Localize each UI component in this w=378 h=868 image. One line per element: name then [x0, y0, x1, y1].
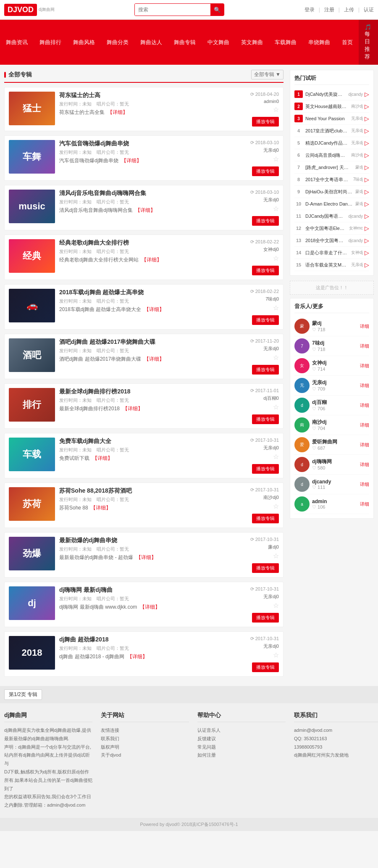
- album-title[interactable]: dj舞曲 超劲爆2018: [59, 636, 233, 644]
- album-title[interactable]: 最新全球dj舞曲排行榜2018: [59, 388, 233, 396]
- hot-title[interactable]: D-Aman Electro Dance-飞...: [305, 201, 353, 207]
- musician-detail-link[interactable]: 详细: [360, 383, 369, 389]
- album-detail-link[interactable]: 【详细】: [121, 158, 142, 164]
- album-play-button[interactable]: 播放专辑: [252, 563, 279, 573]
- musician-detail-link[interactable]: 详细: [360, 462, 369, 468]
- musician-name[interactable]: djcandy: [312, 479, 360, 485]
- nav-item-车载舞曲[interactable]: 车载舞曲: [269, 34, 302, 50]
- album-play-button[interactable]: 播放专辑: [252, 514, 279, 523]
- musician-detail-link[interactable]: 详细: [360, 343, 369, 349]
- footer-link[interactable]: 友情连接: [101, 726, 189, 735]
- footer-link[interactable]: 关于djvod: [101, 751, 189, 760]
- album-play-button[interactable]: 播放专辑: [252, 266, 279, 275]
- nav-item-舞曲分类[interactable]: 舞曲分类: [101, 34, 134, 50]
- album-play-button[interactable]: 播放专辑: [252, 464, 279, 474]
- login-link[interactable]: 登录: [304, 6, 315, 13]
- album-star-icon[interactable]: ☆: [273, 304, 279, 312]
- album-star-icon[interactable]: ☆: [273, 106, 279, 113]
- album-star-icon[interactable]: ☆: [273, 502, 279, 510]
- musician-detail-link[interactable]: 详细: [360, 402, 369, 409]
- musician-name[interactable]: 女神dj: [312, 359, 360, 367]
- album-star-icon[interactable]: ☆: [273, 254, 279, 262]
- album-title[interactable]: dj嗨嗨网 最新dj嗨曲: [59, 586, 233, 594]
- logo-text[interactable]: DJVOD: [4, 4, 37, 16]
- album-play-button[interactable]: 播放专辑: [252, 613, 279, 623]
- hot-play-icon[interactable]: ▷: [365, 152, 369, 158]
- search-input[interactable]: [135, 4, 210, 16]
- footer-link[interactable]: 如何注册: [197, 751, 286, 760]
- musician-detail-link[interactable]: 详细: [360, 422, 369, 428]
- album-detail-link[interactable]: 【详细】: [92, 455, 113, 461]
- hot-title[interactable]: 全中文国粤语ElectroHous...: [305, 225, 346, 232]
- hot-title[interactable]: 口是心非章走了什么全中...: [305, 250, 349, 256]
- album-play-button[interactable]: 播放专辑: [252, 216, 279, 226]
- album-play-button[interactable]: 播放专辑: [252, 662, 279, 672]
- album-title[interactable]: 免费车载dj舞曲大全: [59, 438, 233, 445]
- hot-title[interactable]: [路虎_androver] 天籁之...: [305, 164, 353, 171]
- footer-link[interactable]: 反馈建议: [197, 735, 286, 743]
- musician-detail-link[interactable]: 详细: [360, 501, 369, 507]
- album-star-icon[interactable]: ☆: [273, 651, 279, 659]
- album-title[interactable]: 2018车载dj舞曲 超劲爆士高串烧: [59, 289, 233, 296]
- album-star-icon[interactable]: ☆: [273, 453, 279, 461]
- musician-name[interactable]: 爱听舞曲网: [312, 438, 360, 446]
- hot-play-icon[interactable]: ▷: [365, 115, 369, 122]
- album-title[interactable]: 荷东猛士的士高: [59, 92, 233, 99]
- album-play-button[interactable]: 播放专辑: [252, 166, 279, 176]
- nav-daily[interactable]: 🎵 每日推荐: [359, 20, 378, 65]
- hot-play-icon[interactable]: ▷: [365, 225, 369, 232]
- hot-play-icon[interactable]: ▷: [365, 164, 369, 171]
- album-title[interactable]: 汽车低音嗨劲爆dj舞曲串烧: [59, 140, 233, 148]
- musician-detail-link[interactable]: 详细: [360, 481, 369, 488]
- section-filter[interactable]: 全部专辑 ▼: [251, 70, 284, 79]
- album-detail-link[interactable]: 【详细】: [91, 505, 111, 511]
- search-button[interactable]: 🔍: [210, 4, 224, 16]
- hot-play-icon[interactable]: ▷: [365, 213, 369, 219]
- nav-item-舞曲资讯[interactable]: 舞曲资讯: [0, 34, 34, 50]
- hot-play-icon[interactable]: ▷: [365, 201, 369, 207]
- album-star-icon[interactable]: ☆: [273, 205, 279, 213]
- hot-play-icon[interactable]: ▷: [365, 140, 369, 146]
- album-title[interactable]: 最新劲爆的dj舞曲串烧: [59, 537, 233, 544]
- verify-link[interactable]: 认证: [364, 6, 374, 13]
- hot-play-icon[interactable]: ▷: [365, 91, 369, 98]
- nav-item-串烧舞曲[interactable]: 串烧舞曲: [302, 34, 336, 50]
- album-play-button[interactable]: 播放专辑: [252, 414, 279, 424]
- nav-item-舞曲风格[interactable]: 舞曲风格: [67, 34, 101, 50]
- musician-name[interactable]: dj嗨嗨网: [312, 458, 360, 465]
- register-link[interactable]: 注册: [324, 6, 334, 13]
- hot-play-icon[interactable]: ▷: [365, 127, 369, 134]
- album-detail-link[interactable]: 【详细】: [136, 554, 156, 560]
- musician-name[interactable]: 7味dj: [312, 340, 360, 347]
- hot-title[interactable]: DjHaiOu-美劲宫时尚Sh...: [305, 189, 353, 195]
- hot-title[interactable]: 2018全中文国粤语DjCand...: [305, 237, 346, 244]
- musician-detail-link[interactable]: 详细: [360, 442, 369, 448]
- nav-item-英文舞曲[interactable]: 英文舞曲: [235, 34, 269, 50]
- album-title[interactable]: 经典老歌dj舞曲大全排行榜: [59, 239, 233, 247]
- hot-play-icon[interactable]: ▷: [365, 261, 369, 268]
- album-title[interactable]: 清风dj音乐电音舞曲dj嗨嗨网合集: [59, 190, 233, 197]
- hot-play-icon[interactable]: ▷: [365, 103, 369, 110]
- hot-play-icon[interactable]: ▷: [365, 176, 369, 183]
- album-star-icon[interactable]: ☆: [273, 354, 279, 361]
- musician-name[interactable]: 无亲dj: [312, 379, 360, 386]
- footer-link[interactable]: 常见问题: [197, 743, 286, 752]
- hot-title[interactable]: Need Your Passion: [305, 116, 349, 121]
- page-button[interactable]: 第1/2页 专辑: [4, 689, 42, 700]
- album-star-icon[interactable]: ☆: [273, 552, 279, 560]
- hot-play-icon[interactable]: ▷: [365, 237, 369, 244]
- footer-link[interactable]: 联系我们: [101, 735, 189, 743]
- album-detail-link[interactable]: 【详细】: [142, 257, 162, 263]
- album-detail-link[interactable]: 【详细】: [140, 604, 160, 610]
- album-detail-link[interactable]: 【详细】: [127, 654, 147, 660]
- musician-name[interactable]: admin: [312, 499, 360, 504]
- hot-title[interactable]: DJCandy国粤语DJCandy...: [305, 213, 346, 219]
- nav-item-舞曲排行[interactable]: 舞曲排行: [34, 34, 67, 50]
- hot-play-icon[interactable]: ▷: [365, 188, 369, 195]
- musician-detail-link[interactable]: 详细: [360, 323, 369, 330]
- hot-title[interactable]: 精选DJCandy作品超强至...: [305, 140, 349, 146]
- upload-link[interactable]: 上传: [344, 6, 354, 13]
- album-detail-link[interactable]: 【详细】: [123, 406, 143, 412]
- album-detail-link[interactable]: 【详细】: [135, 207, 155, 213]
- hot-title[interactable]: 英文House越南鼓上头发...: [305, 103, 349, 110]
